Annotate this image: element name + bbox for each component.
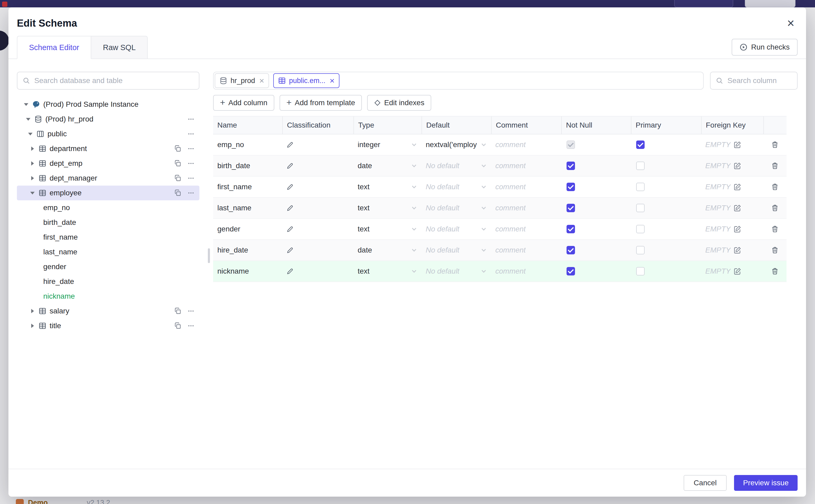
close-icon[interactable]: × [784, 16, 798, 31]
default-select[interactable]: No default [422, 177, 491, 197]
primary-checkbox[interactable] [636, 183, 645, 191]
tree-search-input[interactable] [34, 76, 194, 85]
not-null-checkbox[interactable] [567, 225, 575, 233]
ellipsis-icon[interactable] [187, 160, 195, 167]
type-select[interactable]: text [353, 177, 422, 197]
pencil-square-icon[interactable] [734, 268, 741, 275]
comment-input[interactable]: comment [491, 219, 561, 239]
tree-column-gender[interactable]: gender [17, 259, 199, 274]
pencil-icon[interactable] [286, 141, 294, 148]
caret-right-icon[interactable] [30, 161, 35, 166]
caret-right-icon[interactable] [30, 308, 35, 314]
not-null-checkbox[interactable] [567, 267, 575, 275]
ellipsis-icon[interactable] [187, 145, 195, 152]
copy-icon[interactable] [174, 307, 181, 315]
ellipsis-icon[interactable] [187, 115, 195, 123]
type-select[interactable]: text [353, 261, 422, 282]
not-null-checkbox[interactable] [567, 162, 575, 170]
caret-right-icon[interactable] [30, 323, 35, 329]
pencil-icon[interactable] [286, 246, 294, 254]
column-search-input[interactable] [727, 76, 792, 85]
tree-item-department[interactable]: department [17, 141, 199, 156]
default-select[interactable]: No default [422, 261, 491, 282]
trash-icon[interactable] [771, 162, 779, 169]
tree-item-public[interactable]: public [17, 127, 199, 141]
caret-down-icon[interactable] [30, 190, 35, 196]
add-column-button[interactable]: +Add column [213, 95, 274, 111]
tree-column-first-name[interactable]: first_name [17, 230, 199, 245]
type-select[interactable]: date [353, 240, 422, 260]
default-select[interactable]: nextval('employ [422, 134, 491, 155]
tab-schema-editor[interactable]: Schema Editor [17, 36, 91, 59]
ellipsis-icon[interactable] [187, 175, 195, 182]
caret-right-icon[interactable] [30, 175, 35, 181]
default-select[interactable]: No default [422, 219, 491, 239]
pencil-icon[interactable] [286, 268, 294, 275]
edit-indexes-button[interactable]: Edit indexes [367, 95, 431, 111]
not-null-checkbox[interactable] [567, 183, 575, 191]
pencil-square-icon[interactable] [734, 225, 741, 233]
type-select[interactable]: integer [353, 134, 422, 155]
column-name-input[interactable]: birth_date [217, 162, 250, 170]
pencil-square-icon[interactable] [734, 141, 741, 148]
column-name-input[interactable]: last_name [217, 204, 251, 212]
ellipsis-icon[interactable] [187, 307, 195, 315]
column-name-input[interactable]: nickname [217, 267, 249, 275]
caret-down-icon[interactable] [27, 131, 33, 137]
pencil-icon[interactable] [286, 183, 294, 191]
column-name-input[interactable]: gender [217, 225, 240, 233]
comment-input[interactable]: comment [491, 177, 561, 197]
trash-icon[interactable] [771, 246, 779, 254]
copy-icon[interactable] [174, 189, 181, 197]
table-tab-chip-hr-prod[interactable]: hr_prod× [215, 73, 269, 88]
tree-item-employee[interactable]: employee [17, 186, 199, 200]
comment-input[interactable]: comment [491, 198, 561, 218]
pencil-icon[interactable] [286, 225, 294, 233]
column-name-input[interactable]: first_name [217, 183, 252, 191]
caret-right-icon[interactable] [30, 146, 35, 152]
tree-item-dept-emp[interactable]: dept_emp [17, 156, 199, 171]
pencil-square-icon[interactable] [734, 183, 741, 191]
pencil-square-icon[interactable] [734, 162, 741, 169]
comment-input[interactable]: comment [491, 261, 561, 282]
default-select[interactable]: No default [422, 240, 491, 260]
comment-input[interactable]: comment [491, 156, 561, 176]
tree-item-title[interactable]: title [17, 318, 199, 333]
column-name-input[interactable]: emp_no [217, 140, 244, 149]
tree-column-emp-no[interactable]: emp_no [17, 200, 199, 215]
pencil-icon[interactable] [286, 162, 294, 169]
copy-icon[interactable] [174, 175, 181, 182]
pencil-square-icon[interactable] [734, 246, 741, 254]
trash-icon[interactable] [771, 268, 779, 275]
not-null-checkbox[interactable] [567, 204, 575, 212]
cancel-button[interactable]: Cancel [684, 475, 727, 491]
tree-item-prod-prod-sample-instance[interactable]: (Prod) Prod Sample Instance [17, 97, 199, 112]
tree-item-salary[interactable]: salary [17, 304, 199, 318]
comment-input[interactable]: comment [491, 240, 561, 260]
pencil-square-icon[interactable] [734, 204, 741, 212]
trash-icon[interactable] [771, 183, 779, 191]
trash-icon[interactable] [771, 141, 779, 148]
resizer-handle[interactable] [208, 248, 210, 263]
close-icon[interactable]: × [259, 76, 264, 85]
primary-checkbox[interactable] [636, 204, 645, 212]
tree-column-last-name[interactable]: last_name [17, 245, 199, 259]
close-icon[interactable]: × [330, 76, 335, 85]
add-from-template-button[interactable]: +Add from template [279, 95, 362, 111]
tab-raw-sql[interactable]: Raw SQL [91, 36, 148, 59]
caret-down-icon[interactable] [23, 101, 29, 107]
trash-icon[interactable] [771, 225, 779, 233]
primary-checkbox[interactable] [636, 140, 645, 149]
tree-item-dept-manager[interactable]: dept_manager [17, 171, 199, 186]
ellipsis-icon[interactable] [187, 130, 195, 138]
caret-down-icon[interactable] [25, 116, 31, 122]
column-name-input[interactable]: hire_date [217, 246, 248, 254]
not-null-checkbox[interactable] [567, 246, 575, 254]
default-select[interactable]: No default [422, 198, 491, 218]
copy-icon[interactable] [174, 322, 181, 329]
default-select[interactable]: No default [422, 156, 491, 176]
copy-icon[interactable] [174, 160, 181, 167]
tree-column-birth-date[interactable]: birth_date [17, 215, 199, 230]
preview-issue-button[interactable]: Preview issue [734, 475, 798, 491]
tree-column-hire-date[interactable]: hire_date [17, 274, 199, 289]
